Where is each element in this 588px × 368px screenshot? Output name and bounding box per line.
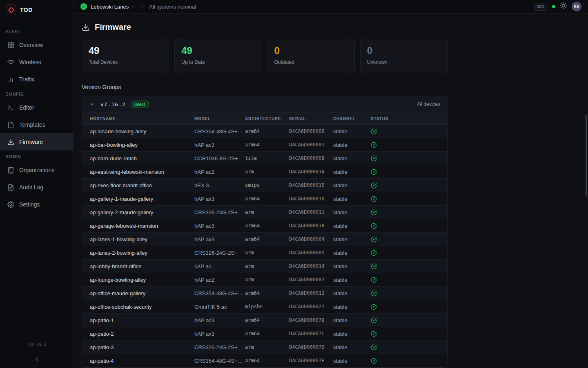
status-ok-icon xyxy=(371,331,447,337)
architecture-cell: arm64 xyxy=(245,317,289,323)
table-row[interactable]: ap-office-maude-gallery CRS354-48G-4S+… … xyxy=(82,287,447,300)
theme-toggle-button[interactable] xyxy=(560,2,567,11)
table-row[interactable]: ap-patio-2 hAP ax3 arm64 D4CA6D00007C st… xyxy=(82,327,447,341)
channel-cell: stable xyxy=(333,196,371,202)
chevron-down-icon[interactable] xyxy=(89,101,95,107)
architecture-cell: arm64 xyxy=(245,128,289,134)
model-cell: CCR1036-8G-2S+ xyxy=(194,155,245,162)
sidebar-item-label: Traffic xyxy=(19,76,35,83)
command-palette-shortcut[interactable]: ⌘K xyxy=(534,3,547,11)
table-row[interactable]: ap-lanes-1-bowling-alley hAP ax3 arm64 D… xyxy=(82,233,447,246)
status-ok-icon xyxy=(371,358,447,364)
column-header-channel: Channel xyxy=(333,117,371,121)
architecture-cell: arm xyxy=(245,344,289,350)
nav-section-fleet: FLEET xyxy=(0,25,73,36)
sidebar-item-audit-log[interactable]: Audit Log xyxy=(0,179,73,196)
building-icon xyxy=(7,167,14,174)
model-cell: hAP ac2 xyxy=(194,277,245,283)
table-row[interactable]: ap-lounge-bowling-alley hAP ac2 arm D4CA… xyxy=(82,273,447,287)
model-cell: OmniTIK 5 ac xyxy=(194,304,245,310)
sidebar-item-label: Wireless xyxy=(19,59,41,65)
latest-badge: latest xyxy=(131,101,149,108)
stat-card-total-devices: 49 Total Devices xyxy=(82,39,169,73)
architecture-cell: arm64 xyxy=(245,290,289,296)
page-header: Firmware xyxy=(82,22,448,32)
status-ok-icon xyxy=(371,209,447,215)
sidebar-item-firmware[interactable]: Firmware xyxy=(0,133,73,150)
table-row[interactable]: ap-bar-bowling-alley hAP ac3 arm64 D4CA6… xyxy=(82,138,447,152)
channel-cell: stable xyxy=(333,250,371,256)
model-cell: CRS354-48G-4S+… xyxy=(194,128,245,135)
terminal-icon xyxy=(7,104,14,111)
channel-cell: stable xyxy=(333,290,371,296)
channel-cell: stable xyxy=(333,169,371,175)
version-group-header[interactable]: v7.16.2 latest 49 devices xyxy=(82,96,447,112)
column-header-serial: Serial xyxy=(289,117,333,121)
status-ok-icon xyxy=(371,290,447,296)
table-row[interactable]: ap-arcade-bowling-alley CRS354-48G-4S+… … xyxy=(82,125,447,138)
table-row[interactable]: ap-gallery-1-maude-gallery hAP ax3 arm64… xyxy=(82,192,447,206)
status-ok-icon xyxy=(371,250,447,256)
version-group-panel: v7.16.2 latest 49 devices Hostname Model… xyxy=(82,96,448,368)
sidebar-item-traffic[interactable]: Traffic xyxy=(0,71,73,88)
model-cell: CRS326-24G-2S+ xyxy=(194,250,245,256)
status-ok-icon xyxy=(371,263,447,269)
table-row[interactable]: ap-exec-floor-brandt-office hEX S smips … xyxy=(82,179,447,192)
table-row[interactable]: ap-patio-4 CRS354-48G-4S+… arm64 D4CA6D0… xyxy=(82,354,447,368)
sidebar-item-overview[interactable]: Overview xyxy=(0,36,73,54)
architecture-cell: arm xyxy=(245,277,289,283)
model-cell: CRS326-24G-2S+ xyxy=(194,344,245,350)
channel-cell: stable xyxy=(333,155,371,162)
sidebar-item-editor[interactable]: Editor xyxy=(0,99,73,116)
hostname-cell: ap-exec-floor-brandt-office xyxy=(90,182,194,188)
architecture-cell: arm64 xyxy=(245,236,289,242)
architecture-cell: arm64 xyxy=(245,142,289,148)
serial-cell: D4CA6D000012 xyxy=(289,290,333,296)
column-header-model: Model xyxy=(194,117,245,121)
table-row[interactable]: ap-lobby-brandt-office cAP ac arm D4CA6D… xyxy=(82,260,447,273)
user-avatar[interactable]: SA xyxy=(572,2,581,11)
version-label: v7.16.2 xyxy=(100,101,126,108)
sidebar-item-label: Templates xyxy=(19,121,45,128)
stat-value: 49 xyxy=(181,45,255,56)
serial-cell: D4CA6D00001A xyxy=(289,169,333,175)
sidebar-collapse-button[interactable] xyxy=(0,352,73,368)
table-row[interactable]: ap-gallery-2-maude-gallery CRS326-24G-2S… xyxy=(82,206,447,219)
table-row[interactable]: ap-barn-dude-ranch CCR1036-8G-2S+ tile D… xyxy=(82,152,447,165)
device-table-body: ap-arcade-bowling-alley CRS354-48G-4S+… … xyxy=(82,125,447,368)
serial-cell: D4CA6D00007E xyxy=(289,358,333,364)
bar-chart-icon xyxy=(7,76,14,83)
serial-cell: D4CA6D000010 xyxy=(289,196,333,202)
serial-cell: D4CA6D000002 xyxy=(289,277,333,283)
sidebar-item-templates[interactable]: Templates xyxy=(0,116,73,133)
hostname-cell: ap-arcade-bowling-alley xyxy=(90,128,194,135)
chevron-down-icon[interactable] xyxy=(131,4,136,9)
status-ok-icon xyxy=(371,344,447,350)
architecture-cell: tile xyxy=(245,155,289,161)
stats-row: 49 Total Devices 49 Up to Date 0 Outdate… xyxy=(82,39,448,73)
table-row[interactable]: ap-east-wing-lebowski-mansion hAP ac2 ar… xyxy=(82,165,447,179)
file-icon xyxy=(7,121,14,128)
table-row[interactable]: ap-office-sobchak-security OmniTIK 5 ac … xyxy=(82,300,447,314)
sidebar-footer: TOD v9.5 xyxy=(0,339,73,368)
org-switcher[interactable]: Lebowski Lanes xyxy=(91,4,129,10)
table-row[interactable]: ap-lanes-2-bowling-alley CRS326-24G-2S+ … xyxy=(82,246,447,260)
architecture-cell: arm64 xyxy=(245,331,289,337)
model-cell: hAP ac2 xyxy=(194,169,245,175)
sidebar-item-wireless[interactable]: Wireless xyxy=(0,54,73,71)
model-cell: CRS354-48G-4S+… xyxy=(194,358,245,364)
table-row[interactable]: ap-patio-1 hAP ac3 arm64 D4CA6D00007B st… xyxy=(82,314,447,327)
table-row[interactable]: ap-garage-lebowski-mansion hAP ac3 arm64… xyxy=(82,219,447,233)
page-scrollbar[interactable] xyxy=(586,115,587,197)
model-cell: hAP ax3 xyxy=(194,331,245,337)
status-ok-icon xyxy=(371,304,447,310)
stat-label: Unknown xyxy=(367,59,441,65)
status-ok-icon xyxy=(371,223,447,229)
table-row[interactable]: ap-patio-3 CRS326-24G-2S+ arm D4CA6D0000… xyxy=(82,341,447,354)
channel-cell: stable xyxy=(333,317,371,323)
main-area: L Lebowski Lanes All systems nominal ⌘K … xyxy=(74,0,588,368)
serial-cell: D4CA6D00001B xyxy=(289,223,333,229)
stat-card-up-to-date: 49 Up to Date xyxy=(174,39,262,73)
sidebar-item-settings[interactable]: Settings xyxy=(0,196,73,213)
sidebar-item-organizations[interactable]: Organizations xyxy=(0,162,73,179)
